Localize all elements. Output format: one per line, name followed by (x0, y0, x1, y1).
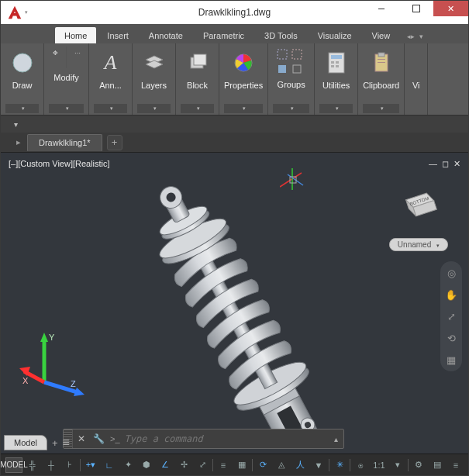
status-otrack-icon[interactable]: ⤢ (194, 457, 211, 473)
calculator-icon (323, 50, 350, 76)
drawing-tab-active[interactable]: Drawklkling1* (27, 134, 102, 151)
command-close-icon[interactable]: ✕ (73, 433, 90, 444)
svg-marker-46 (40, 333, 48, 342)
panel-groups-expand[interactable] (273, 104, 309, 113)
panel-block-expand[interactable] (181, 104, 214, 113)
text-icon: A (98, 50, 124, 76)
panel-clipboard[interactable]: Clipboard (358, 43, 405, 115)
start-tab-chevron[interactable]: ▸ (16, 137, 21, 147)
status-lineweight-icon[interactable]: ≡ (215, 457, 232, 473)
svg-rect-18 (378, 59, 385, 60)
status-transparency-icon[interactable]: ▦ (233, 457, 250, 473)
status-cycling-icon[interactable]: ⟳ (254, 457, 271, 473)
status-bar: MODEL ╬ ┼ ⊦ +▾ ∟ ✦ ⬢ ∠ ✢ ⤢ ≡ ▦ ⟳ ◬ 人 ▼ ✳… (1, 454, 468, 475)
caret-down-icon: ▾ (25, 9, 28, 16)
maximize-button[interactable] (398, 1, 433, 16)
ribbon-tab-view[interactable]: View (363, 27, 400, 43)
move-icon: ✥ (49, 47, 61, 59)
minimize-button[interactable] (364, 1, 398, 16)
status-infer-icon[interactable]: ⊦ (61, 457, 78, 473)
status-gear-icon[interactable]: ⚙ (410, 457, 427, 473)
status-annoscale-icon[interactable]: ⍟ (352, 457, 369, 473)
svg-point-0 (13, 53, 32, 72)
svg-text:Y: Y (49, 333, 55, 342)
panel-clipboard-label: Clipboard (363, 81, 399, 90)
quick-access-toolbar: ▾ (1, 116, 468, 133)
panel-groups-label: Groups (278, 80, 305, 89)
status-scale-caret-icon[interactable]: ▾ (389, 457, 406, 473)
ribbon-scroll-arrows[interactable]: ◂▸▾ (404, 29, 426, 43)
layout-tab-strip: Model + ≡ (4, 435, 70, 450)
ribbon-tab-insert[interactable]: Insert (98, 27, 138, 43)
app-menu-button[interactable]: ▾ (5, 3, 29, 22)
status-dynamic-input-icon[interactable]: +▾ (82, 457, 99, 473)
layout-tab-model[interactable]: Model (4, 435, 47, 450)
svg-rect-14 (331, 65, 334, 67)
circle-icon (9, 50, 36, 76)
panel-block[interactable]: Block (176, 43, 219, 115)
layout-tab-add-button[interactable]: + (52, 437, 58, 449)
panel-utilities[interactable]: Utilities (315, 43, 358, 115)
group-icon (276, 48, 288, 60)
panel-draw-expand[interactable] (5, 104, 39, 113)
panel-clipboard-expand[interactable] (363, 104, 399, 113)
command-input[interactable] (120, 433, 328, 444)
panel-annotate-label: Ann... (99, 81, 122, 90)
svg-marker-49 (74, 388, 84, 396)
window-controls (364, 1, 468, 24)
ribbon-tab-annotate[interactable]: Annotate (140, 27, 192, 43)
panel-view[interactable]: Vi (405, 43, 428, 115)
qat-arrow-icon[interactable]: ▾ (10, 119, 21, 129)
status-gizmo-icon[interactable]: ✳ (331, 457, 348, 473)
status-osnap-icon[interactable]: ∠ (157, 457, 174, 473)
svg-rect-7 (292, 50, 302, 59)
panel-properties[interactable]: Properties (219, 43, 268, 115)
ribbon-tab-home[interactable]: Home (55, 27, 96, 43)
svg-rect-6 (278, 50, 287, 59)
status-grid-icon[interactable]: ╬ (24, 457, 41, 473)
ribbon-tab-visualize[interactable]: Visualize (309, 27, 361, 43)
ribbon: Draw ✥ ⋯ Modify A Ann... Layers Block (1, 43, 468, 116)
command-history-icon[interactable]: ▴ (328, 435, 343, 443)
svg-rect-9 (293, 65, 301, 73)
panel-properties-expand[interactable] (224, 104, 263, 113)
panel-annotate-expand[interactable] (94, 104, 127, 113)
ribbon-tab-parametric[interactable]: Parametric (194, 27, 253, 43)
status-snap-icon[interactable]: ┼ (43, 457, 60, 473)
application-window: ▾ Drawklkling1.dwg Home Insert Annotate … (0, 0, 469, 476)
layout-tab-menu-icon[interactable]: ≡ (63, 436, 70, 450)
svg-rect-12 (331, 61, 334, 64)
svg-rect-8 (278, 65, 286, 73)
svg-rect-15 (336, 65, 339, 67)
new-drawing-tab-button[interactable]: + (107, 135, 122, 150)
panel-draw[interactable]: Draw (1, 43, 44, 115)
status-customize-icon[interactable]: ≡ (447, 457, 464, 473)
ribbon-tab-3dtools[interactable]: 3D Tools (255, 27, 307, 43)
panel-layers-expand[interactable] (137, 104, 171, 113)
panel-groups[interactable]: Groups (268, 43, 315, 115)
group-bbox-icon (291, 63, 303, 75)
panel-view-label: Vi (412, 81, 420, 90)
command-line[interactable]: ✕ 🔧 >_ ▴ (63, 429, 344, 449)
status-3dosnap-icon[interactable]: ✢ (175, 457, 192, 473)
close-button[interactable] (433, 1, 468, 16)
status-isodraft-icon[interactable]: ⬢ (138, 457, 155, 473)
status-polar-icon[interactable]: ✦ (119, 457, 136, 473)
status-filter-icon[interactable]: ▼ (310, 457, 327, 473)
status-workspace-icon[interactable]: ▤ (429, 457, 446, 473)
status-ortho-icon[interactable]: ∟ (101, 457, 118, 473)
layers-icon (141, 50, 167, 76)
status-model-button[interactable]: MODEL (5, 457, 22, 473)
status-scale-button[interactable]: 1:1 (371, 457, 388, 473)
panel-draw-label: Draw (12, 81, 33, 90)
panel-modify-expand[interactable] (49, 104, 84, 113)
panel-modify[interactable]: ✥ ⋯ Modify (44, 43, 89, 115)
command-customize-icon[interactable]: 🔧 (90, 433, 107, 444)
status-3dobject-icon[interactable]: ◬ (273, 457, 290, 473)
panel-annotate[interactable]: A Ann... (89, 43, 133, 115)
panel-layers[interactable]: Layers (133, 43, 176, 115)
status-dynucs-icon[interactable]: 人 (291, 457, 309, 473)
svg-text:X: X (22, 376, 29, 385)
viewport[interactable]: [–][Custom View][Realistic] — ◻ ✕ BOTTOM… (1, 153, 468, 454)
panel-utilities-expand[interactable] (319, 104, 353, 113)
